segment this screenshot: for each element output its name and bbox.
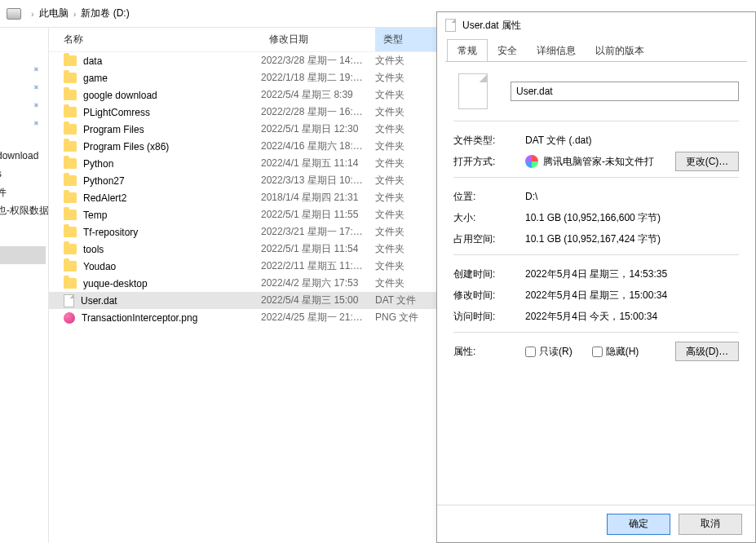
nav-selection: [0, 246, 46, 264]
file-name: Python: [83, 158, 113, 170]
dialog-titlebar[interactable]: User.dat 属性: [437, 12, 755, 38]
folder-icon: [64, 210, 77, 220]
file-row[interactable]: Temp2022/5/1 星期日 11:55文件夹: [49, 206, 436, 223]
folder-icon: [64, 55, 77, 66]
hidden-checkbox[interactable]: 隐藏(H): [592, 345, 639, 359]
folder-icon: [64, 73, 77, 83]
tab-general[interactable]: 常规: [447, 39, 488, 62]
quick-access-pin[interactable]: ✦: [0, 60, 48, 78]
file-list[interactable]: data2022/3/28 星期一 14:…文件夹game2022/1/18 星…: [49, 52, 436, 326]
file-date: 2022/4/1 星期五 11:14: [261, 157, 375, 170]
file-type: 文件夹: [375, 54, 436, 68]
folder-icon: [64, 278, 77, 289]
tab-security[interactable]: 安全: [488, 40, 527, 61]
change-button[interactable]: 更改(C)…: [675, 152, 739, 171]
folder-icon: [64, 90, 77, 100]
nav-item[interactable]: 也-权限数据: [0, 204, 49, 218]
readonly-checkbox[interactable]: 只读(R): [525, 345, 573, 359]
file-date: 2022/4/25 星期一 21:…: [261, 311, 375, 324]
breadcrumb-volume[interactable]: 新加卷 (D:): [81, 7, 129, 20]
chevron-right-icon[interactable]: ›: [73, 9, 77, 19]
hidden-checkbox-input[interactable]: [592, 347, 603, 357]
file-type: 文件夹: [375, 174, 436, 188]
tab-strip: 常规 安全 详细信息 以前的版本: [437, 38, 755, 61]
cancel-button[interactable]: 取消: [679, 514, 742, 535]
tab-previous-versions[interactable]: 以前的版本: [586, 40, 654, 61]
file-date: 2018/1/4 星期四 21:31: [261, 191, 375, 205]
file-row[interactable]: tools2022/5/1 星期日 11:54文件夹: [49, 241, 436, 258]
file-date: 2022/5/4 星期三 15:00: [261, 294, 375, 307]
pin-icon: ✦: [30, 99, 43, 112]
column-header-type[interactable]: 类型: [375, 28, 436, 51]
file-row[interactable]: yuque-desktop2022/4/2 星期六 17:53文件夹: [49, 275, 436, 292]
value-modified: 2022年5月4日 星期三，15:00:34: [525, 289, 739, 302]
file-row[interactable]: google download2022/5/4 星期三 8:39文件夹: [49, 86, 436, 104]
dialog-title: User.dat 属性: [462, 19, 521, 33]
file-row[interactable]: Python272022/3/13 星期日 10:…文件夹: [49, 172, 436, 189]
filename-input[interactable]: [511, 82, 739, 101]
file-row[interactable]: RedAlert22018/1/4 星期四 21:31文件夹: [49, 189, 436, 206]
file-date: 2022/3/13 星期日 10:…: [261, 174, 375, 188]
file-row[interactable]: PLightComress2022/2/28 星期一 16:…文件夹: [49, 104, 436, 121]
file-type: PNG 文件: [375, 311, 436, 324]
nav-item[interactable]: download: [0, 150, 38, 161]
quick-access-pin[interactable]: ✦: [0, 96, 48, 114]
file-row[interactable]: TransactionInterceptor.png2022/4/25 星期一 …: [49, 309, 436, 326]
file-row[interactable]: Program Files (x86)2022/4/16 星期六 18:…文件夹: [49, 138, 436, 155]
chevron-right-icon[interactable]: ›: [31, 9, 34, 19]
image-icon: [64, 312, 75, 324]
folder-icon: [64, 192, 77, 203]
file-name: Program Files: [83, 124, 144, 135]
folder-icon: [64, 158, 77, 169]
hidden-label: 隐藏(H): [606, 345, 639, 359]
drive-icon: [7, 8, 21, 20]
folder-icon: [64, 261, 77, 272]
tab-body-general: 文件类型: DAT 文件 (.dat) 打开方式: 腾讯电脑管家-未知文件打 更…: [445, 61, 747, 505]
file-date: 2022/5/1 星期日 12:30: [261, 122, 375, 136]
file-name: RedAlert2: [83, 192, 126, 204]
tab-details[interactable]: 详细信息: [527, 40, 586, 61]
file-row[interactable]: Youdao2022/2/11 星期五 11:…文件夹: [49, 258, 436, 275]
advanced-button[interactable]: 高级(D)…: [675, 342, 739, 361]
file-name: Program Files (x86): [83, 141, 169, 152]
file-date: 2022/1/18 星期二 19:…: [261, 71, 375, 85]
column-header-name[interactable]: 名称: [49, 33, 261, 46]
file-row[interactable]: Python2022/4/1 星期五 11:14文件夹: [49, 155, 436, 172]
ok-button[interactable]: 确定: [607, 514, 670, 535]
file-date: 2022/5/1 星期日 11:55: [261, 208, 375, 222]
folder-icon: [64, 124, 77, 135]
quick-access-pin[interactable]: ✦: [0, 114, 48, 132]
breadcrumb-this-pc[interactable]: 此电脑: [39, 7, 69, 20]
file-date: 2022/4/2 星期六 17:53: [261, 276, 375, 290]
file-row[interactable]: game2022/1/18 星期二 19:…文件夹: [49, 69, 436, 86]
label-size-on-disk: 占用空间:: [453, 232, 525, 246]
file-row[interactable]: data2022/3/28 星期一 14:…文件夹: [49, 52, 436, 69]
dialog-buttons: 确定 取消: [437, 505, 755, 542]
file-name: game: [83, 73, 108, 84]
nav-pane: ✦ ✦ ✦ ✦ download s 件 也-权限数据: [0, 28, 49, 543]
column-header-date[interactable]: 修改日期: [261, 33, 375, 46]
file-row[interactable]: User.dat2022/5/4 星期三 15:00DAT 文件: [49, 292, 436, 309]
label-openwith: 打开方式:: [453, 155, 525, 169]
file-row[interactable]: Program Files2022/5/1 星期日 12:30文件夹: [49, 121, 436, 138]
file-name: yuque-desktop: [83, 278, 148, 289]
folder-icon: [64, 227, 77, 237]
file-type: 文件夹: [375, 225, 436, 239]
file-type: 文件夹: [375, 208, 436, 222]
file-row[interactable]: Tf-repository2022/3/21 星期一 17:…文件夹: [49, 223, 436, 241]
file-type: 文件夹: [375, 105, 436, 119]
quick-access-pin[interactable]: ✦: [0, 78, 48, 96]
file-type: 文件夹: [375, 242, 436, 256]
file-date: 2022/3/21 星期一 17:…: [261, 225, 375, 239]
file-date: 2022/5/1 星期日 11:54: [261, 242, 375, 256]
readonly-label: 只读(R): [539, 345, 573, 359]
file-type-icon: [458, 73, 488, 109]
file-type: 文件夹: [375, 259, 436, 273]
file-name: tools: [83, 244, 104, 255]
file-name: google download: [83, 90, 157, 101]
nav-item[interactable]: 件: [0, 186, 7, 200]
file-name: Python27: [83, 175, 125, 187]
nav-item[interactable]: s: [0, 168, 2, 179]
column-headers: 名称 修改日期 类型: [49, 28, 436, 52]
readonly-checkbox-input[interactable]: [525, 347, 536, 357]
